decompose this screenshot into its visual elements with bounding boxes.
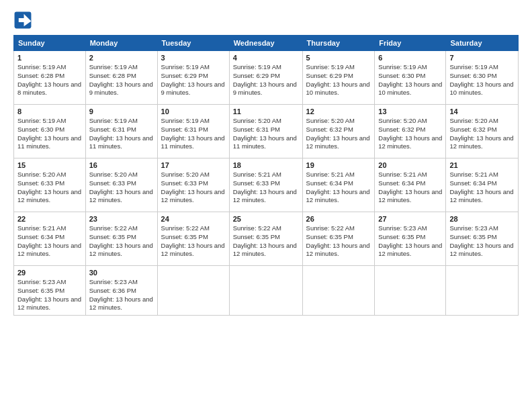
day-info: Sunrise: 5:19 AMSunset: 6:29 PMDaylight:… (306, 63, 371, 97)
sunrise-label: Sunrise: 5:23 AM (378, 224, 427, 232)
daylight-label: Daylight: 13 hours and 11 minutes. (89, 134, 153, 150)
daylight-label: Daylight: 13 hours and 12 minutes. (17, 242, 81, 258)
day-number: 10 (161, 107, 226, 116)
sunset-label: Sunset: 6:32 PM (306, 126, 353, 133)
sunrise-label: Sunrise: 5:21 AM (306, 171, 355, 178)
calendar-cell: 29Sunrise: 5:23 AMSunset: 6:35 PMDayligh… (14, 266, 86, 316)
sunset-label: Sunset: 6:35 PM (17, 287, 64, 294)
day-number: 22 (17, 215, 82, 223)
sunset-label: Sunset: 6:28 PM (89, 72, 136, 79)
calendar-cell: 24Sunrise: 5:22 AMSunset: 6:35 PMDayligh… (157, 212, 229, 266)
sunrise-label: Sunrise: 5:20 AM (161, 171, 210, 178)
daylight-label: Daylight: 13 hours and 12 minutes. (233, 188, 297, 204)
calendar-cell: 10Sunrise: 5:19 AMSunset: 6:31 PMDayligh… (157, 105, 229, 158)
sunset-label: Sunset: 6:33 PM (233, 179, 280, 187)
daylight-label: Daylight: 13 hours and 10 minutes. (306, 81, 370, 97)
day-info: Sunrise: 5:22 AMSunset: 6:35 PMDaylight:… (306, 224, 371, 259)
sunrise-label: Sunrise: 5:19 AM (378, 63, 427, 71)
sunrise-label: Sunrise: 5:19 AM (89, 117, 138, 124)
sunrise-label: Sunrise: 5:22 AM (306, 224, 355, 232)
calendar-cell: 25Sunrise: 5:22 AMSunset: 6:35 PMDayligh… (229, 212, 302, 266)
day-info: Sunrise: 5:21 AMSunset: 6:34 PMDaylight:… (17, 224, 82, 259)
daylight-label: Daylight: 13 hours and 11 minutes. (233, 134, 297, 150)
calendar-table: SundayMondayTuesdayWednesdayThursdayFrid… (13, 35, 519, 316)
calendar-cell (446, 266, 519, 316)
day-number: 18 (233, 161, 299, 169)
day-number: 19 (306, 161, 371, 169)
daylight-label: Daylight: 13 hours and 12 minutes. (89, 295, 153, 312)
day-number: 13 (378, 107, 442, 116)
sunset-label: Sunset: 6:32 PM (449, 126, 496, 133)
day-number: 14 (449, 107, 515, 116)
daylight-label: Daylight: 13 hours and 12 minutes. (449, 188, 513, 204)
sunrise-label: Sunrise: 5:19 AM (233, 63, 281, 71)
calendar-cell: 27Sunrise: 5:23 AMSunset: 6:35 PMDayligh… (375, 212, 446, 266)
sunset-label: Sunset: 6:36 PM (89, 287, 136, 294)
day-info: Sunrise: 5:20 AMSunset: 6:32 PMDaylight:… (449, 117, 515, 151)
calendar-cell: 26Sunrise: 5:22 AMSunset: 6:35 PMDayligh… (302, 212, 375, 266)
calendar-cell: 8Sunrise: 5:19 AMSunset: 6:30 PMDaylight… (14, 105, 86, 158)
day-info: Sunrise: 5:19 AMSunset: 6:30 PMDaylight:… (378, 63, 442, 97)
logo (13, 11, 35, 30)
day-info: Sunrise: 5:21 AMSunset: 6:34 PMDaylight:… (306, 171, 371, 205)
day-number: 30 (89, 269, 154, 277)
calendar-cell: 22Sunrise: 5:21 AMSunset: 6:34 PMDayligh… (14, 212, 86, 266)
calendar-cell: 21Sunrise: 5:21 AMSunset: 6:34 PMDayligh… (446, 158, 519, 212)
daylight-label: Daylight: 13 hours and 12 minutes. (378, 134, 442, 150)
sunset-label: Sunset: 6:29 PM (233, 72, 280, 79)
sunset-label: Sunset: 6:31 PM (89, 126, 136, 133)
sunset-label: Sunset: 6:30 PM (449, 72, 496, 79)
sunset-label: Sunset: 6:35 PM (233, 233, 280, 240)
sunrise-label: Sunrise: 5:19 AM (161, 63, 210, 71)
calendar-cell: 30Sunrise: 5:23 AMSunset: 6:36 PMDayligh… (85, 266, 157, 316)
day-info: Sunrise: 5:23 AMSunset: 6:36 PMDaylight:… (89, 278, 154, 312)
calendar-header-sunday: Sunday (14, 36, 86, 51)
sunrise-label: Sunrise: 5:21 AM (233, 171, 281, 178)
daylight-label: Daylight: 13 hours and 10 minutes. (449, 81, 513, 97)
sunrise-label: Sunrise: 5:20 AM (89, 171, 138, 178)
day-info: Sunrise: 5:19 AMSunset: 6:31 PMDaylight:… (161, 117, 226, 151)
day-info: Sunrise: 5:20 AMSunset: 6:32 PMDaylight:… (306, 117, 371, 151)
daylight-label: Daylight: 13 hours and 12 minutes. (17, 295, 81, 312)
sunrise-label: Sunrise: 5:20 AM (17, 171, 66, 178)
sunset-label: Sunset: 6:30 PM (378, 72, 425, 79)
day-info: Sunrise: 5:22 AMSunset: 6:35 PMDaylight:… (89, 224, 154, 259)
sunset-label: Sunset: 6:28 PM (17, 72, 64, 79)
day-number: 5 (306, 54, 371, 62)
calendar-cell: 15Sunrise: 5:20 AMSunset: 6:33 PMDayligh… (14, 158, 86, 212)
calendar-cell: 2Sunrise: 5:19 AMSunset: 6:28 PMDaylight… (85, 51, 157, 105)
page: SundayMondayTuesdayWednesdayThursdayFrid… (0, 0, 532, 411)
logo-icon (13, 11, 32, 30)
day-number: 21 (449, 161, 515, 169)
sunset-label: Sunset: 6:29 PM (161, 72, 208, 79)
day-info: Sunrise: 5:19 AMSunset: 6:31 PMDaylight:… (89, 117, 154, 151)
sunrise-label: Sunrise: 5:22 AM (161, 224, 210, 232)
day-number: 25 (233, 215, 299, 223)
day-number: 3 (161, 54, 226, 62)
day-number: 4 (233, 54, 299, 62)
day-info: Sunrise: 5:19 AMSunset: 6:30 PMDaylight:… (17, 117, 82, 151)
day-info: Sunrise: 5:20 AMSunset: 6:33 PMDaylight:… (161, 171, 226, 205)
sunset-label: Sunset: 6:33 PM (89, 179, 136, 187)
calendar-header-friday: Friday (375, 36, 446, 51)
daylight-label: Daylight: 13 hours and 12 minutes. (306, 134, 370, 150)
daylight-label: Daylight: 13 hours and 8 minutes. (17, 81, 81, 97)
calendar-cell: 4Sunrise: 5:19 AMSunset: 6:29 PMDaylight… (229, 51, 302, 105)
daylight-label: Daylight: 13 hours and 11 minutes. (17, 134, 81, 150)
calendar-cell: 9Sunrise: 5:19 AMSunset: 6:31 PMDaylight… (85, 105, 157, 158)
day-info: Sunrise: 5:22 AMSunset: 6:35 PMDaylight:… (161, 224, 226, 259)
sunset-label: Sunset: 6:33 PM (161, 179, 208, 187)
day-info: Sunrise: 5:20 AMSunset: 6:33 PMDaylight:… (17, 171, 82, 205)
calendar-cell: 3Sunrise: 5:19 AMSunset: 6:29 PMDaylight… (157, 51, 229, 105)
day-info: Sunrise: 5:19 AMSunset: 6:28 PMDaylight:… (89, 63, 154, 97)
calendar-cell: 12Sunrise: 5:20 AMSunset: 6:32 PMDayligh… (302, 105, 375, 158)
sunrise-label: Sunrise: 5:23 AM (449, 224, 498, 232)
sunset-label: Sunset: 6:34 PM (449, 179, 496, 187)
day-info: Sunrise: 5:19 AMSunset: 6:29 PMDaylight:… (233, 63, 299, 97)
daylight-label: Daylight: 13 hours and 12 minutes. (161, 242, 225, 258)
calendar-cell (229, 266, 302, 316)
calendar-header-row: SundayMondayTuesdayWednesdayThursdayFrid… (14, 36, 519, 51)
day-number: 7 (449, 54, 515, 62)
day-number: 11 (233, 107, 299, 116)
sunrise-label: Sunrise: 5:21 AM (449, 171, 498, 178)
